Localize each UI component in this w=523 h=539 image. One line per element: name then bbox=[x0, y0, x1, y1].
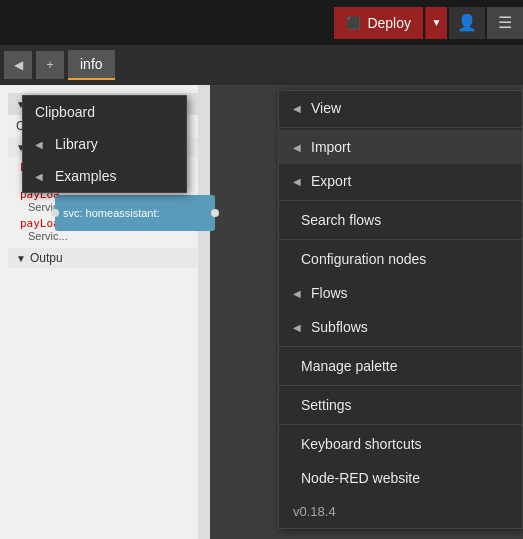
configuration-nodes-label: Configuration nodes bbox=[301, 251, 426, 267]
import-label: Import bbox=[311, 139, 351, 155]
scrollbar[interactable] bbox=[198, 85, 210, 539]
menu-item-node-red-website[interactable]: Node-RED website bbox=[279, 461, 522, 495]
plus-icon: + bbox=[46, 58, 53, 72]
library-arrow-icon: ◀ bbox=[35, 139, 43, 150]
node-2-input-dot bbox=[51, 209, 59, 217]
payload-desc-2: Servic... bbox=[20, 230, 190, 242]
menu-item-configuration-nodes[interactable]: Configuration nodes bbox=[279, 242, 522, 276]
prev-tab-button[interactable]: ◀ bbox=[4, 51, 32, 79]
left-context-menu: Clipboard ◀ Library ◀ Examples bbox=[22, 95, 187, 193]
main-area: ◀ + info ▼ Node Call a Ho ▼ Inputs payLo… bbox=[0, 45, 523, 539]
hamburger-menu-button[interactable]: ☰ bbox=[487, 7, 523, 39]
menu-item-view[interactable]: ◀ View bbox=[279, 91, 522, 125]
subflows-label: Subflows bbox=[311, 319, 368, 335]
menu-item-export[interactable]: ◀ Export bbox=[279, 164, 522, 198]
divider-1 bbox=[279, 127, 522, 128]
prev-icon: ◀ bbox=[14, 58, 23, 72]
subflows-arrow-icon: ◀ bbox=[293, 322, 301, 333]
version-text: v0.18.4 bbox=[279, 495, 522, 528]
deploy-dropdown-button[interactable]: ▼ bbox=[425, 7, 447, 39]
menu-item-search-flows[interactable]: Search flows bbox=[279, 203, 522, 237]
deploy-label: Deploy bbox=[367, 15, 411, 31]
menu-item-keyboard-shortcuts[interactable]: Keyboard shortcuts bbox=[279, 427, 522, 461]
chevron-down-icon: ▼ bbox=[432, 17, 442, 28]
tab-bar: ◀ + info bbox=[0, 45, 210, 85]
left-menu-item-library[interactable]: ◀ Library bbox=[23, 128, 186, 160]
version-label: v0.18.4 bbox=[293, 504, 336, 519]
left-menu-item-examples[interactable]: ◀ Examples bbox=[23, 160, 186, 192]
user-icon: 👤 bbox=[457, 13, 477, 32]
view-label: View bbox=[311, 100, 341, 116]
left-menu-item-clipboard[interactable]: Clipboard bbox=[23, 96, 186, 128]
collapse-outputs-icon: ▼ bbox=[16, 253, 26, 264]
clipboard-label: Clipboard bbox=[35, 104, 95, 120]
divider-6 bbox=[279, 424, 522, 425]
node-red-website-label: Node-RED website bbox=[301, 470, 420, 486]
hamburger-icon: ☰ bbox=[498, 13, 512, 32]
info-tab-label: info bbox=[80, 56, 103, 72]
right-dropdown-menu: ◀ View ◀ Import ◀ Export Search flows Co… bbox=[278, 90, 523, 529]
outputs-section-header[interactable]: ▼ Outpu bbox=[8, 248, 202, 268]
deploy-button[interactable]: ⬛ Deploy bbox=[334, 7, 423, 39]
canvas-node-2[interactable]: svc: homeassistant: bbox=[55, 195, 215, 231]
node-2-output-dot bbox=[211, 209, 219, 217]
top-bar: ⬛ Deploy ▼ 👤 ☰ bbox=[0, 0, 523, 45]
menu-item-import[interactable]: ◀ Import bbox=[279, 130, 522, 164]
deploy-icon: ⬛ bbox=[346, 16, 361, 30]
export-label: Export bbox=[311, 173, 351, 189]
flows-arrow-icon: ◀ bbox=[293, 288, 301, 299]
add-tab-button[interactable]: + bbox=[36, 51, 64, 79]
divider-5 bbox=[279, 385, 522, 386]
import-arrow-icon: ◀ bbox=[293, 142, 301, 153]
keyboard-shortcuts-label: Keyboard shortcuts bbox=[301, 436, 422, 452]
export-arrow-icon: ◀ bbox=[293, 176, 301, 187]
view-arrow-icon: ◀ bbox=[293, 103, 301, 114]
menu-item-flows[interactable]: ◀ Flows bbox=[279, 276, 522, 310]
node-2-label: svc: homeassistant: bbox=[63, 207, 160, 219]
examples-label: Examples bbox=[55, 168, 116, 184]
flows-label: Flows bbox=[311, 285, 348, 301]
manage-palette-label: Manage palette bbox=[301, 358, 398, 374]
menu-item-subflows[interactable]: ◀ Subflows bbox=[279, 310, 522, 344]
outputs-label: Outpu bbox=[30, 251, 63, 265]
info-tab[interactable]: info bbox=[68, 50, 115, 80]
menu-item-settings[interactable]: Settings bbox=[279, 388, 522, 422]
user-icon-button[interactable]: 👤 bbox=[449, 7, 485, 39]
divider-2 bbox=[279, 200, 522, 201]
search-flows-label: Search flows bbox=[301, 212, 381, 228]
node-2-container: svc: homeassistant: bbox=[55, 195, 215, 231]
examples-arrow-icon: ◀ bbox=[35, 171, 43, 182]
divider-4 bbox=[279, 346, 522, 347]
menu-item-manage-palette[interactable]: Manage palette bbox=[279, 349, 522, 383]
settings-label: Settings bbox=[301, 397, 352, 413]
library-label: Library bbox=[55, 136, 98, 152]
divider-3 bbox=[279, 239, 522, 240]
